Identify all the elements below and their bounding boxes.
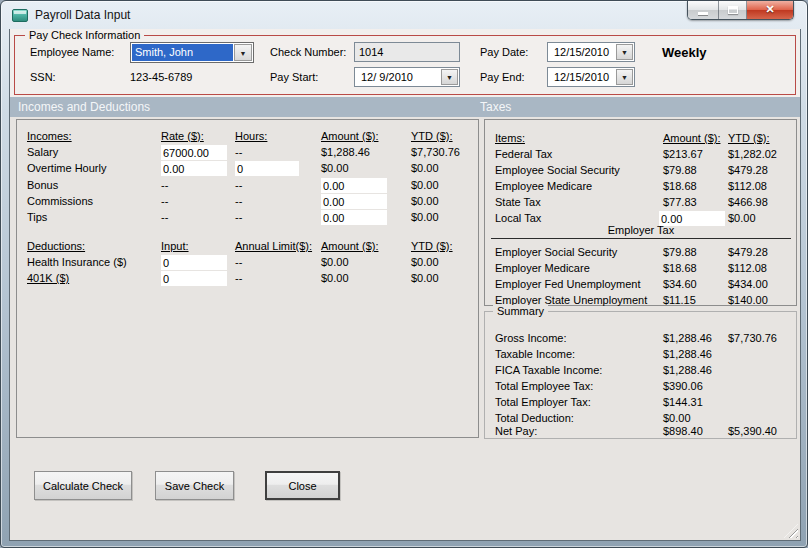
employee-ss-amount: $79.88 [663, 164, 697, 176]
401k-amount: $0.00 [321, 272, 349, 284]
bonus-amount-input[interactable] [321, 178, 387, 193]
rate-col-header: Rate ($): [161, 130, 204, 142]
bonus-rate: -- [161, 179, 168, 191]
payroll-window: Payroll Data Input ✕ Pay Check Informati… [0, 0, 808, 548]
tips-amount-input[interactable] [321, 210, 387, 225]
employer-state-unemp-ytd: $140.00 [728, 294, 768, 306]
health-insurance-ytd: $0.00 [411, 256, 439, 268]
incomes-col-header: Incomes: [27, 130, 72, 142]
pay-date-label: Pay Date: [480, 46, 528, 58]
total-employee-tax-amount: $390.06 [663, 380, 703, 392]
pay-start-label: Pay Start: [270, 71, 318, 83]
pay-start-picker[interactable]: 12/ 9/2010 ▼ [354, 67, 460, 87]
minimize-icon [698, 12, 708, 15]
health-insurance-limit: -- [235, 256, 242, 268]
tax-ytd-col-header: YTD ($): [728, 132, 770, 144]
employee-ss-ytd: $479.28 [728, 164, 768, 176]
save-check-button[interactable]: Save Check [155, 471, 234, 500]
employer-tax-header: Employer Tax [491, 224, 791, 239]
employee-name-label: Employee Name: [30, 46, 114, 58]
employee-medicare-ytd: $112.08 [728, 180, 767, 192]
ssn-value: 123-45-6789 [130, 71, 192, 83]
summary-row-label: Gross Income: [495, 332, 567, 344]
income-row-label: Commissions [27, 195, 93, 207]
pay-check-strip: Pay Check Information Employee Name: Smi… [10, 29, 800, 97]
income-row-label: Tips [27, 211, 47, 223]
employee-medicare-amount: $18.68 [663, 180, 697, 192]
window-title: Payroll Data Input [35, 8, 130, 22]
commissions-ytd: $0.00 [411, 195, 439, 207]
pay-check-group-label: Pay Check Information [25, 29, 144, 41]
minimize-button[interactable] [688, 1, 719, 20]
overtime-hours-input[interactable] [235, 161, 299, 176]
chevron-down-icon: ▼ [240, 50, 247, 57]
pay-date-picker[interactable]: 12/15/2010 ▼ [547, 42, 635, 62]
pay-frequency-label: Weekly [662, 45, 707, 60]
summary-row-label: Total Employee Tax: [495, 380, 593, 392]
salary-hours: -- [235, 146, 242, 158]
salary-rate-input[interactable] [161, 145, 227, 160]
federal-tax-ytd: $1,282.02 [728, 148, 777, 160]
tax-amount-col-header: Amount ($): [663, 132, 720, 144]
salary-amount: $1,288.46 [321, 146, 370, 158]
summary-row-label: Taxable Income: [495, 348, 575, 360]
chevron-down-icon: ▼ [446, 74, 453, 81]
summary-groupbox: Summary Gross Income: $1,288.46 $7,730.7… [484, 311, 797, 439]
tips-rate: -- [161, 211, 168, 223]
health-insurance-amount: $0.00 [321, 256, 349, 268]
summary-row-label: Net Pay: [495, 425, 537, 437]
tax-items-col-header: Items: [495, 132, 525, 144]
net-pay-ytd: $5,390.40 [728, 425, 777, 437]
employee-name-combobox[interactable]: Smith, John ▼ [130, 42, 254, 63]
incomes-deductions-panel: Incomes: Rate ($): Hours: Amount ($): YT… [16, 119, 479, 438]
incomes-section-header: Incomes and Deductions [18, 100, 150, 114]
calculate-check-button[interactable]: Calculate Check [34, 471, 132, 500]
summary-row-label: Total Deduction: [495, 412, 574, 424]
pay-end-dropdown-button[interactable]: ▼ [616, 69, 633, 85]
federal-tax-amount: $213.67 [663, 148, 703, 160]
pay-start-dropdown-button[interactable]: ▼ [441, 69, 458, 85]
amount-col-header: Amount ($): [321, 130, 378, 142]
taxable-income-amount: $1,288.46 [663, 348, 712, 360]
close-icon: ✕ [747, 3, 793, 16]
taxes-panel: Items: Amount ($): YTD ($): Federal Tax … [484, 119, 797, 306]
tips-hours: -- [235, 211, 242, 223]
pay-date-value: 12/15/2010 [548, 43, 615, 61]
title-bar[interactable]: Payroll Data Input ✕ [1, 1, 807, 29]
maximize-button[interactable] [719, 1, 747, 20]
employer-fed-unemp-ytd: $434.00 [728, 278, 768, 290]
client-area: Pay Check Information Employee Name: Smi… [9, 29, 801, 541]
income-row-label: Salary [27, 146, 58, 158]
overtime-rate-input[interactable] [161, 161, 227, 176]
commissions-amount-input[interactable] [321, 194, 387, 209]
deduction-row-label: Health Insurance ($) [27, 256, 127, 268]
employer-ss-amount: $79.88 [663, 246, 697, 258]
income-row-label: Bonus [27, 179, 58, 191]
check-number-label: Check Number: [270, 46, 346, 58]
taxes-section-header: Taxes [480, 100, 511, 114]
commissions-rate: -- [161, 195, 168, 207]
overtime-ytd: $0.00 [411, 162, 439, 174]
hours-col-header: Hours: [235, 130, 267, 142]
tax-row-label: Federal Tax [495, 148, 552, 160]
bonus-hours: -- [235, 179, 242, 191]
pay-end-label: Pay End: [480, 71, 525, 83]
overtime-amount: $0.00 [321, 162, 349, 174]
state-tax-amount: $77.83 [663, 196, 697, 208]
401k-input[interactable] [161, 271, 227, 286]
check-number-input[interactable] [354, 42, 460, 62]
close-button[interactable]: Close [265, 471, 340, 500]
window-controls: ✕ [687, 1, 794, 20]
pay-end-picker[interactable]: 12/15/2010 ▼ [547, 67, 635, 87]
amount-col-header: Amount ($): [321, 240, 378, 252]
tax-row-label: Employee Social Security [495, 164, 620, 176]
health-insurance-input[interactable] [161, 255, 227, 270]
employee-name-dropdown-button[interactable]: ▼ [234, 44, 252, 61]
employee-name-value: Smith, John [132, 44, 233, 61]
close-window-button[interactable]: ✕ [747, 1, 793, 20]
employer-medicare-ytd: $112.08 [728, 262, 767, 274]
total-employer-tax-amount: $144.31 [663, 396, 703, 408]
resize-grip[interactable] [784, 524, 798, 538]
pay-date-dropdown-button[interactable]: ▼ [616, 44, 633, 60]
ytd-col-header: YTD ($): [411, 240, 453, 252]
